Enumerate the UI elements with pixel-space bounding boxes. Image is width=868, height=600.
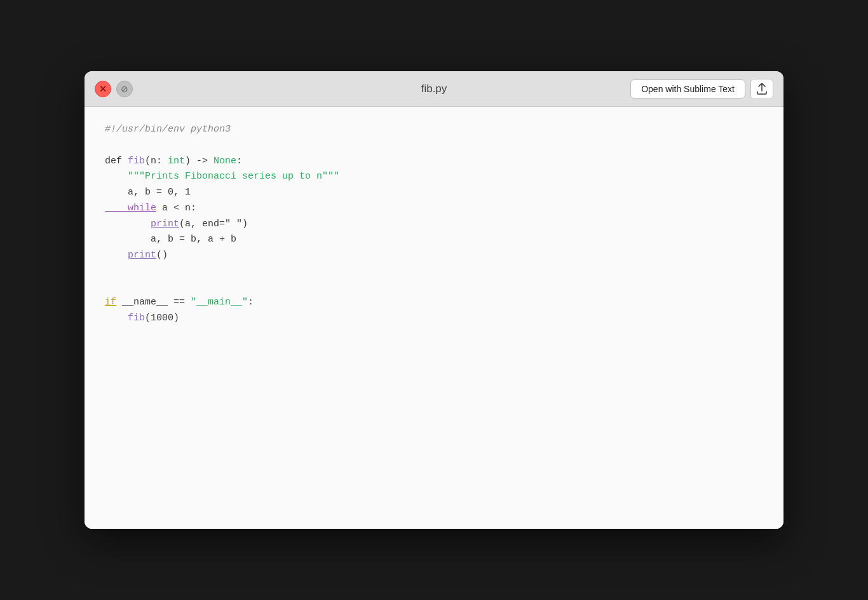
close-button[interactable]: ✕: [95, 81, 111, 97]
print2-line: print(): [105, 248, 763, 264]
preview-window: ✕ ⊘ fib.py Open with Sublime Text #!/usr…: [85, 71, 783, 529]
if-line: if __name__ == "__main__":: [105, 295, 763, 311]
open-with-sublime-button[interactable]: Open with Sublime Text: [630, 79, 745, 99]
shebang-line: #!/usr/bin/env python3: [105, 122, 763, 138]
blank-line-2: [105, 264, 763, 280]
fib-call-line: fib(1000): [105, 311, 763, 327]
blank-line-1: [105, 138, 763, 154]
while-line: while a < n:: [105, 201, 763, 217]
code-content: #!/usr/bin/env python3 def fib(n: int) -…: [85, 107, 783, 529]
window-title: fib.py: [421, 83, 447, 95]
traffic-lights: ✕ ⊘: [95, 81, 133, 97]
docstring-line: """Prints Fibonacci series up to n""": [105, 169, 763, 185]
titlebar: ✕ ⊘ fib.py Open with Sublime Text: [85, 71, 783, 107]
def-line: def fib(n: int) -> None:: [105, 154, 763, 170]
blank-line-3: [105, 280, 763, 296]
share-button[interactable]: [750, 79, 773, 99]
init-line: a, b = 0, 1: [105, 185, 763, 201]
print1-line: print(a, end=" "): [105, 217, 763, 233]
update-line: a, b = b, a + b: [105, 232, 763, 248]
minimize-button[interactable]: ⊘: [116, 81, 133, 97]
titlebar-actions: Open with Sublime Text: [630, 79, 773, 99]
share-icon: [757, 83, 767, 95]
